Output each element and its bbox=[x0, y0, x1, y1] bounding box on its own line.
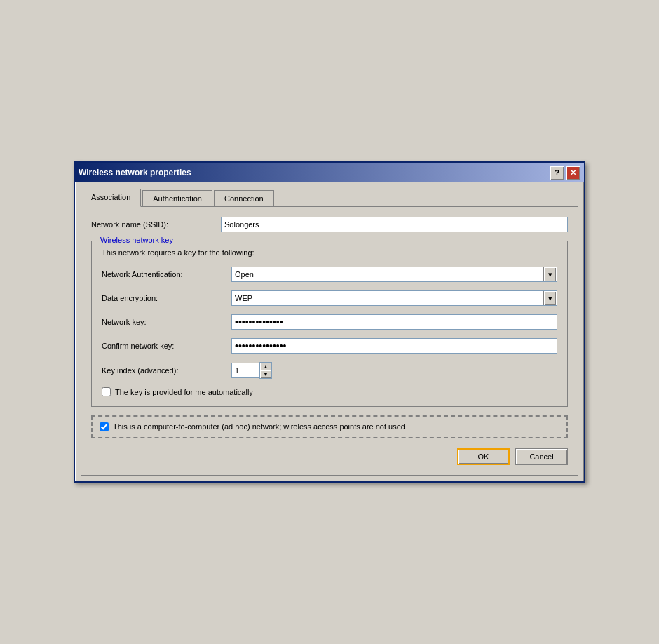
key-index-input[interactable] bbox=[231, 363, 259, 378]
cancel-button[interactable]: Cancel bbox=[515, 448, 568, 465]
network-auth-select-wrapper: Open Shared WPA WPA-PSK ▾ bbox=[231, 267, 557, 282]
help-button[interactable]: ? bbox=[550, 166, 564, 180]
tab-strip: Association Authentication Connection bbox=[81, 188, 578, 206]
ok-button[interactable]: OK bbox=[457, 448, 510, 465]
group-box-legend: Wireless network key bbox=[97, 236, 176, 244]
close-button[interactable]: ✕ bbox=[566, 166, 580, 180]
buttons-row: OK Cancel bbox=[91, 448, 568, 465]
key-index-row: Key index (advanced): ▲ ▼ bbox=[102, 362, 557, 379]
spinner-up-button[interactable]: ▲ bbox=[260, 363, 271, 370]
network-name-input[interactable] bbox=[221, 217, 568, 232]
tab-connection[interactable]: Connection bbox=[214, 190, 274, 207]
network-name-label: Network name (SSID): bbox=[91, 220, 221, 229]
dialog-window: Wireless network properties ? ✕ Associat… bbox=[74, 161, 585, 483]
title-bar: Wireless network properties ? ✕ bbox=[75, 163, 584, 182]
confirm-key-label: Confirm network key: bbox=[102, 342, 231, 350]
confirm-key-row: Confirm network key: bbox=[102, 338, 557, 354]
group-description: This network requires a key for the foll… bbox=[102, 248, 557, 257]
data-encryption-row: Data encryption: WEP None TKIP AES ▾ bbox=[102, 290, 557, 306]
data-encryption-select[interactable]: WEP None TKIP AES bbox=[231, 290, 557, 306]
tab-content: Network name (SSID): Wireless network ke… bbox=[81, 206, 578, 476]
confirm-key-input[interactable] bbox=[231, 338, 557, 354]
auto-key-row: The key is provided for me automatically bbox=[102, 387, 557, 396]
title-bar-buttons: ? ✕ bbox=[550, 166, 580, 180]
key-index-spinner: ▲ ▼ bbox=[231, 362, 272, 379]
window-body: Association Authentication Connection Ne… bbox=[75, 182, 584, 481]
adhoc-section: This is a computer-to-computer (ad hoc) … bbox=[91, 415, 568, 438]
window-title: Wireless network properties bbox=[79, 168, 191, 177]
network-key-label: Network key: bbox=[102, 318, 231, 326]
spinner-buttons: ▲ ▼ bbox=[259, 362, 272, 379]
auto-key-label: The key is provided for me automatically bbox=[115, 388, 253, 396]
network-auth-row: Network Authentication: Open Shared WPA … bbox=[102, 267, 557, 282]
adhoc-checkbox[interactable] bbox=[100, 422, 109, 431]
adhoc-label: This is a computer-to-computer (ad hoc) … bbox=[113, 422, 405, 431]
wireless-key-group: Wireless network key This network requir… bbox=[91, 241, 568, 407]
network-name-row: Network name (SSID): bbox=[91, 217, 568, 232]
key-index-label: Key index (advanced): bbox=[102, 366, 231, 375]
auto-key-checkbox[interactable] bbox=[102, 387, 111, 396]
data-encryption-select-wrapper: WEP None TKIP AES ▾ bbox=[231, 290, 557, 306]
network-key-row: Network key: bbox=[102, 314, 557, 330]
network-auth-select[interactable]: Open Shared WPA WPA-PSK bbox=[231, 267, 557, 282]
network-auth-label: Network Authentication: bbox=[102, 270, 231, 279]
data-encryption-label: Data encryption: bbox=[102, 294, 231, 302]
spinner-down-button[interactable]: ▼ bbox=[260, 370, 271, 378]
tab-association[interactable]: Association bbox=[81, 189, 141, 207]
network-key-input[interactable] bbox=[231, 314, 557, 330]
tab-authentication[interactable]: Authentication bbox=[142, 190, 212, 207]
